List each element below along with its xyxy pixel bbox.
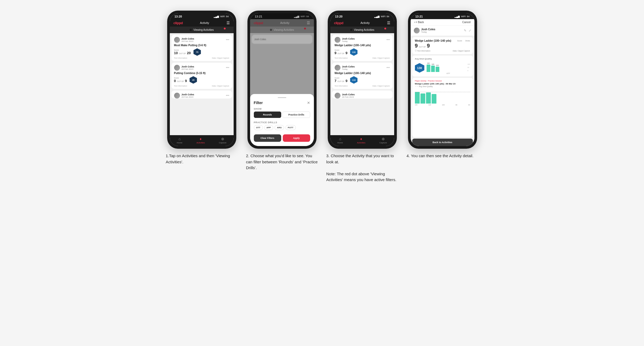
filter-pill-putt[interactable]: PUTT [285,125,296,130]
avatar-3-1 [335,37,340,43]
activities-icon-1: ♦ [200,137,201,141]
phone-3-frame: 13:20 ▂▄▆ WiFi 84 clippd Activity ☰ ⚙ Vi… [328,11,397,149]
avatar-1-1 [174,37,180,43]
card-title-3-2: Wedge Ladder (100–140 yds) [335,72,390,75]
phone-3-screen: 13:20 ▂▄▆ WiFi 84 clippd Activity ☰ ⚙ Vi… [330,13,394,146]
test-info-4: ⓘ Test Information Data: Clippd Capture [415,49,470,52]
user-name-1-1: Josh Coles [182,37,194,40]
bottom-nav-1: ⌂ Home ♦ Activities ⊕ Capture [170,135,234,146]
viewing-bar-3[interactable]: ⚙ Viewing Activities [330,27,394,33]
cancel-button-4[interactable]: Cancel [462,21,470,24]
dots-menu-1-2[interactable]: ••• [226,66,229,70]
apply-filters-button[interactable]: Apply [283,134,310,142]
shot-quality-hex-3-1: 130 [350,48,357,56]
info-icon-4: ⓘ [415,49,417,52]
user-info-3-2: Josh Coles Today [342,65,355,70]
avatar-3-2 [335,65,340,71]
user-date-3-3: 28 Feb 2023 [342,96,355,98]
user-name-3-3: Josh Coles [342,93,355,96]
card-user-3-2: Josh Coles Today [335,65,355,71]
out-of-block-1-1: 10 OUT OF 20 [174,51,191,55]
shots-value-3-1: 9 [346,51,347,55]
card-title-1-1: Must Make Putting (3-6 ft) [174,44,229,47]
card-footer-1-1: Test Information Data: Clippd Capture [174,57,229,59]
status-icons-1: ▂▄▆ WiFi 84 [214,15,229,18]
back-to-activities-button-4[interactable]: Back to Activities [412,139,473,146]
red-dot-3 [384,28,386,29]
hamburger-1[interactable]: ☰ [226,21,230,25]
filter-close-button[interactable]: ✕ [307,101,310,105]
score-label-4: Score [457,40,462,42]
score-label-3-1: Score [335,49,348,51]
filter-pill-arg[interactable]: ARG [275,125,284,130]
expand-icon-4[interactable]: ⤢ [469,29,471,32]
detail-nav-4: ‹ < Back Cancel [411,19,474,25]
shots-value-3-2: 9 [346,79,347,83]
wifi-icon-4: WiFi [461,15,466,18]
nav-capture-3[interactable]: ⊕ Capture [380,137,387,144]
nav-capture-1[interactable]: ⊕ Capture [219,137,226,144]
filter-tab-rounds[interactable]: Rounds [254,112,281,118]
detail-content-4: Josh Coles Today ✎ ⤢ Wedge Ladder (100–1… [411,25,474,146]
dots-menu-3-2[interactable]: ••• [386,66,390,70]
activity-card-1-1[interactable]: Josh Coles 28 Feb 2023 ••• Must Make Put… [171,35,232,61]
user-info-1-1: Josh Coles 28 Feb 2023 [182,37,194,42]
quality-bar-content-4: 130 132 129 [415,61,470,74]
filter-tabs: Rounds Practice Drills [254,112,310,118]
user-info-3-3: Josh Coles 28 Feb 2023 [342,93,355,98]
activity-card-1-3: Josh Coles 28 Feb 2023 ••• [171,91,232,99]
bar-4-1: 132 [427,62,430,72]
main-bar-4-1 [415,92,420,104]
score-label-3-2: Score [335,77,348,79]
dots-menu-3-1[interactable]: ••• [386,38,390,42]
top-nav-3: clippd Activity ☰ [330,19,394,27]
activity-card-3-2[interactable]: Josh Coles Today ••• Wedge Ladder (100–1… [332,63,393,89]
activity-title-4: Wedge Ladder (100–140 yds) [415,39,451,42]
card-footer-3-2: Test Information Data: Clippd Capture [335,85,390,87]
back-button-4[interactable]: ‹ < Back [414,21,424,24]
filter-pill-app[interactable]: APP [264,125,273,130]
test-info-1-1: Test Information [174,57,187,59]
signal-icon-3: ▂▄▆ [374,15,380,18]
phone-4-screen: 13:21 ▂▄▆ WiFi 84 ‹ < Back Cancel [411,13,474,146]
activity-card-1-2[interactable]: Josh Coles 28 Feb 2023 ••• Putting Combi… [171,63,232,89]
viewing-label-1: Viewing Activities [193,28,214,31]
time-1: 13:20 [175,15,182,18]
time-3: 13:20 [335,15,343,18]
hamburger-3[interactable]: ☰ [387,21,390,25]
detail-score-card-4: Wedge Ladder (100–140 yds) Score Shots 9… [412,37,473,54]
nav-activities-1[interactable]: ♦ Activities [196,137,205,144]
filter-tab-practice-drills[interactable]: Practice Drills [283,112,310,118]
card-user-3-1: Josh Coles Today [335,37,355,43]
activity-card-3-1[interactable]: Josh Coles Today ••• Wedge Ladder (100–1… [332,35,393,61]
bar-4-2: 129 [431,63,435,72]
shots-label-4: Shots [465,40,470,42]
bars-4: 132 129 124 [427,61,470,72]
nav-home-1[interactable]: ⌂ Home [177,137,182,144]
status-bar-4: 13:21 ▂▄▆ WiFi 84 [411,13,474,19]
phone-1-screen: 13:20 ▂▄▆ WiFi 84 clippd Activity ☰ ⚙ [170,13,234,146]
y-axis-4: 100 50 0 [467,63,470,71]
nav-home-3[interactable]: ⌂ Home [337,137,343,144]
dots-menu-1-1[interactable]: ••• [226,38,229,42]
user-info-1-3: Josh Coles 28 Feb 2023 [182,93,194,98]
bottom-nav-3: ⌂ Home ♦ Activities ⊕ Capture [330,135,394,146]
filter-buttons: Clear Filters Apply [254,134,310,142]
edit-icon-4[interactable]: ✎ [464,29,466,32]
clear-filters-button[interactable]: Clear Filters [254,134,281,142]
capture-icon-1: ⊕ [221,137,224,141]
status-bar-3: 13:20 ▂▄▆ WiFi 84 [330,13,394,19]
card-footer-3-1: Test Information Data: Clippd Capture [335,57,390,59]
test-info-1-2: Test Information [174,85,187,87]
user-name-1-2: Josh Coles [182,65,194,68]
dots-menu-1-3[interactable]: ••• [226,94,229,97]
score-label-1-2: Score [174,77,187,79]
card-footer-1-2: Test Information Data: Clippd Capture [174,85,229,87]
filter-pill-ott[interactable]: OTT [254,125,263,130]
out-of-text-1-1: OUT OF [179,53,186,54]
viewing-bar-1[interactable]: ⚙ Viewing Activities [170,27,234,33]
filter-title: Filter [254,101,263,105]
nav-activities-3[interactable]: ♦ Activities [357,137,365,144]
battery-icon-1: 84 [226,15,229,18]
phone-1-frame: 13:20 ▂▄▆ WiFi 84 clippd Activity ☰ ⚙ [167,11,236,149]
